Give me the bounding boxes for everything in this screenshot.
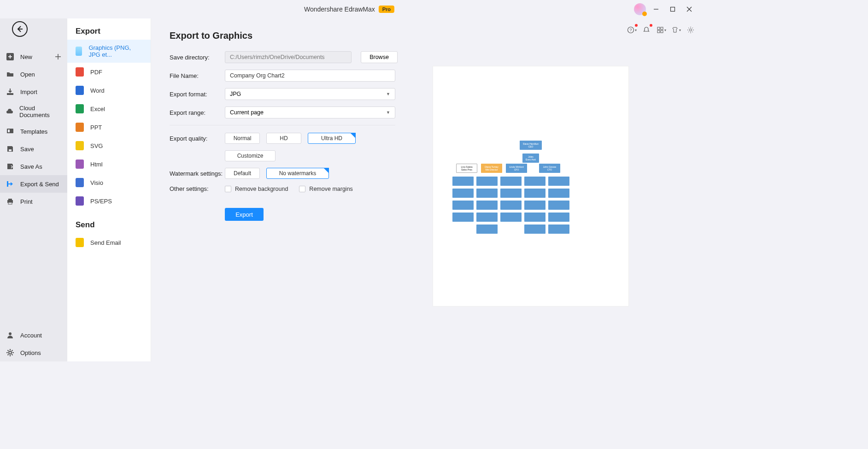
sidebar-label: Save As <box>20 163 42 170</box>
sub-item-ppt[interactable]: PPT <box>67 118 151 136</box>
sidebar-item-account[interactable]: Account <box>0 326 67 344</box>
checkbox-icon <box>299 186 305 192</box>
filename-input[interactable] <box>225 70 395 82</box>
sidebar-label: Account <box>20 332 42 339</box>
sidebar-item-open[interactable]: Open <box>0 65 67 83</box>
sub-label: Send Email <box>90 239 121 246</box>
svg-rect-7 <box>661 27 663 30</box>
sub-item-svg[interactable]: SVG <box>67 136 151 155</box>
sidebar-label: Import <box>20 89 37 95</box>
maximize-button[interactable] <box>666 3 679 16</box>
sub-label: SVG <box>90 142 103 149</box>
label-filename: File Name: <box>170 72 225 79</box>
sidebar-item-save[interactable]: Save <box>0 140 67 158</box>
visio-file-icon <box>76 178 84 187</box>
label-savedir: Save directory: <box>170 54 225 61</box>
word-file-icon <box>76 86 84 95</box>
sidebar-label: Save <box>20 146 34 153</box>
sub-label: Graphics (PNG, JPG et... <box>88 44 142 58</box>
sidebar-item-new[interactable]: New <box>0 48 67 65</box>
close-button[interactable] <box>683 3 696 16</box>
export-range-select[interactable]: Current page▼ <box>225 106 395 118</box>
minimize-button[interactable] <box>650 3 663 16</box>
plus-icon[interactable] <box>54 53 62 60</box>
select-value: JPG <box>230 91 241 97</box>
account-icon <box>6 331 15 340</box>
sidebar-label: Cloud Documents <box>19 105 62 118</box>
sidebar-label: Options <box>20 349 41 356</box>
sub-label: PPT <box>90 124 102 131</box>
checkbox-icon <box>225 186 231 192</box>
svg-rect-8 <box>657 30 660 33</box>
chevron-down-icon: ▼ <box>386 110 390 115</box>
sidebar-item-print[interactable]: Print <box>0 193 67 210</box>
export-button[interactable]: Export <box>225 208 264 221</box>
sidebar-item-options[interactable]: Options <box>0 344 67 361</box>
browse-button[interactable]: Browse <box>361 51 398 63</box>
export-icon <box>6 179 15 189</box>
remove-margins-checkbox[interactable]: Remove margins <box>299 186 352 192</box>
sidebar-label: New <box>20 53 32 60</box>
preview-panel: Steve HamiltonCEO JulesExec Asst Lina Sa… <box>433 66 628 306</box>
saveas-icon <box>6 162 15 171</box>
save-icon <box>6 144 15 154</box>
svg-rect-9 <box>661 30 663 33</box>
sidebar-item-cloud[interactable]: Cloud Documents <box>0 100 67 123</box>
export-format-select[interactable]: JPG▼ <box>225 88 395 100</box>
svg-rect-18 <box>8 199 12 200</box>
help-icon[interactable]: ?▾ <box>627 25 637 35</box>
sub-item-word[interactable]: Word <box>67 81 151 100</box>
sidebar-item-templates[interactable]: Templates <box>0 123 67 140</box>
svg-file-icon <box>76 141 84 150</box>
grid-icon[interactable]: ▾ <box>656 25 666 35</box>
shirt-icon[interactable]: ▾ <box>671 25 681 35</box>
sub-item-graphics[interactable]: Graphics (PNG, JPG et... <box>67 40 151 63</box>
page-title: Export to Graphics <box>170 30 680 41</box>
quality-ultrahd-button[interactable]: Ultra HD <box>308 133 356 144</box>
svg-rect-1 <box>671 7 675 12</box>
save-directory-input[interactable] <box>225 51 352 63</box>
label-watermark: Watermark settings: <box>170 170 225 177</box>
quality-normal-button[interactable]: Normal <box>225 133 260 144</box>
sub-item-pdf[interactable]: PDF <box>67 63 151 81</box>
label-range: Export range: <box>170 109 225 116</box>
export-header: Export <box>67 27 151 40</box>
org-chart-preview: Steve HamiltonCEO JulesExec Asst Lina Sa… <box>448 128 614 245</box>
sidebar-label: Open <box>20 71 35 78</box>
svg-point-20 <box>9 332 12 335</box>
sub-item-excel[interactable]: Excel <box>67 100 151 118</box>
ps-file-icon <box>76 196 84 206</box>
send-header: Send <box>67 220 151 233</box>
sidebar-label: Export & Send <box>20 181 59 188</box>
sidebar-item-import[interactable]: Import <box>0 83 67 100</box>
sidebar-label: Print <box>20 198 33 205</box>
svg-rect-19 <box>8 202 12 204</box>
remove-background-checkbox[interactable]: Remove background <box>225 186 288 192</box>
label-other: Other settings: <box>170 185 225 192</box>
sub-item-email[interactable]: Send Email <box>67 233 151 252</box>
sub-label: Visio <box>90 179 103 186</box>
back-button[interactable] <box>12 21 28 37</box>
quality-customize-button[interactable]: Customize <box>225 150 276 161</box>
sub-item-pseps[interactable]: PS/EPS <box>67 192 151 210</box>
sidebar-sub: Export Graphics (PNG, JPG et... PDF Word… <box>67 18 151 361</box>
bell-icon[interactable] <box>641 25 651 35</box>
excel-file-icon <box>76 104 84 113</box>
app-title: Wondershare EdrawMax <box>304 6 375 13</box>
user-avatar[interactable] <box>634 3 646 15</box>
sub-item-html[interactable]: Html <box>67 155 151 173</box>
watermark-none-button[interactable]: No watermarks <box>266 168 329 179</box>
sidebar-item-export-send[interactable]: Export & Send <box>0 175 67 193</box>
plus-square-icon <box>6 52 15 61</box>
quality-hd-button[interactable]: HD <box>266 133 301 144</box>
divider <box>170 125 395 125</box>
svg-rect-14 <box>8 130 10 132</box>
watermark-default-button[interactable]: Default <box>225 168 260 179</box>
svg-rect-16 <box>7 181 8 187</box>
sub-item-visio[interactable]: Visio <box>67 173 151 192</box>
print-icon <box>6 197 15 206</box>
sidebar-item-saveas[interactable]: Save As <box>0 158 67 175</box>
pro-badge: Pro <box>379 6 394 13</box>
settings-icon[interactable] <box>686 25 696 35</box>
sub-label: Excel <box>90 106 105 112</box>
